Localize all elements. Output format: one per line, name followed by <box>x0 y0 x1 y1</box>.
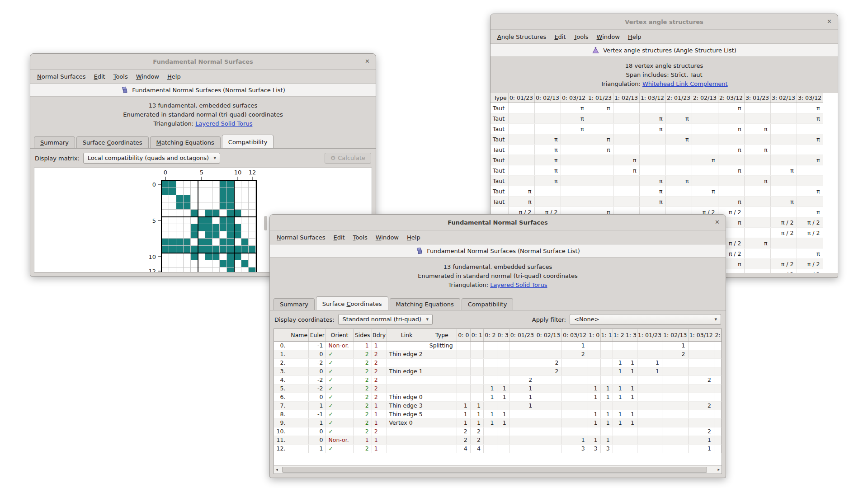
tab-compatibility[interactable]: Compatibility <box>462 298 514 310</box>
column-header[interactable]: 1: 02/13 <box>613 93 639 103</box>
column-header[interactable]: 1: 2 <box>613 329 625 342</box>
column-header[interactable]: 0: 2 <box>484 329 497 342</box>
tab-summary[interactable]: Summary <box>34 136 75 148</box>
column-header[interactable]: Name <box>290 329 309 342</box>
triangulation-link[interactable]: Layered Solid Torus <box>195 120 252 127</box>
menu-item-normal-surfaces[interactable]: Normal Surfaces <box>33 71 90 82</box>
menu-item-tools[interactable]: Tools <box>349 232 372 243</box>
column-header[interactable]: 2: 03/12 <box>718 93 744 103</box>
column-header[interactable]: 0: 03/12 <box>561 93 587 103</box>
column-header[interactable]: 2: <box>714 329 721 342</box>
titlebar[interactable]: Fundamental Normal Surfaces ✕ <box>30 54 376 70</box>
column-header[interactable]: 0: 02/13 <box>534 93 561 103</box>
table-row[interactable]: 12.1✓21443331 <box>274 445 722 453</box>
column-header[interactable]: 0: 01/23 <box>508 93 534 103</box>
close-icon[interactable]: ✕ <box>827 18 832 25</box>
scroll-left-icon[interactable]: ◂ <box>276 467 278 473</box>
table-row[interactable]: 3.0✓22Thin edge 12111 <box>274 367 722 376</box>
column-header[interactable]: 0: 02/13 <box>535 329 561 342</box>
table-row[interactable]: 1.0✓22Thin edge 222 <box>274 350 722 359</box>
column-header[interactable]: 1: 03/12 <box>639 93 665 103</box>
titlebar[interactable]: Fundamental Normal Surfaces ✕ <box>270 215 726 230</box>
column-header[interactable] <box>274 329 290 342</box>
column-header[interactable]: 1: 3 <box>625 329 637 342</box>
column-header[interactable]: 1: 01/23 <box>637 329 662 342</box>
vertical-scrollbar-thumb[interactable] <box>264 216 267 230</box>
tab-surface-coordinates[interactable]: Surface Coordinates <box>316 296 388 310</box>
menu-item-tools[interactable]: Tools <box>570 32 593 42</box>
column-header[interactable]: 1: 02/13 <box>662 329 688 342</box>
table-row[interactable]: Tautππππ <box>491 186 823 197</box>
tab-matching-equations[interactable]: Matching Equations <box>390 298 460 310</box>
table-row[interactable]: 4.-2✓2222 <box>274 376 722 385</box>
menu-item-window[interactable]: Window <box>372 232 403 243</box>
table-row[interactable]: 8.-1✓21Thin edge 511111111 <box>274 410 722 419</box>
display-matrix-select[interactable]: Local compatibility (quads and octagons)… <box>83 153 220 164</box>
tab-surface-coordinates[interactable]: Surface Coordinates <box>76 136 149 148</box>
table-row[interactable]: 5.-2✓221111111 <box>274 385 722 393</box>
column-header[interactable]: 0: 3 <box>497 329 509 342</box>
table-row[interactable]: 2.-2✓222111 <box>274 359 722 367</box>
menu-item-window[interactable]: Window <box>593 32 624 42</box>
menu-item-angle-structures[interactable]: Angle Structures <box>493 32 550 42</box>
tab-compatibility[interactable]: Compatibility <box>222 135 274 148</box>
table-row[interactable]: Tautππππ <box>491 155 823 165</box>
menu-item-edit[interactable]: Edit <box>329 232 349 243</box>
table-row[interactable]: 6.0✓22Thin edge 01111111 <box>274 393 722 402</box>
menu-item-edit[interactable]: Edit <box>550 32 570 42</box>
column-header[interactable]: 1: 1 <box>600 329 613 342</box>
scroll-right-icon[interactable]: ▸ <box>717 467 720 473</box>
surface-table-viewport[interactable]: NameEulerOrientSidesBdryLinkType0: 00: 1… <box>274 329 722 465</box>
table-row[interactable]: Tautππππ <box>491 124 823 134</box>
menu-item-normal-surfaces[interactable]: Normal Surfaces <box>273 232 329 243</box>
column-header[interactable]: 3: 03/12 <box>797 93 823 103</box>
table-row[interactable]: Tautππππ <box>491 145 823 155</box>
table-row[interactable]: Tautππππ <box>491 176 823 186</box>
table-row[interactable]: Tautππππ <box>491 197 823 207</box>
horizontal-scrollbar[interactable]: ◂ ▸ <box>274 465 722 474</box>
column-header[interactable]: 3: 02/13 <box>770 93 797 103</box>
column-header[interactable]: 3: 01/23 <box>744 93 770 103</box>
tab-summary[interactable]: Summary <box>274 298 315 310</box>
column-header[interactable]: 2: 01/23 <box>665 93 692 103</box>
table-row[interactable]: 7.-1✓21Thin edge 31112 <box>274 402 722 410</box>
column-header[interactable]: Type <box>491 93 508 103</box>
table-row[interactable]: 0.-1Non-or.11Splitting11 <box>274 342 722 350</box>
column-header[interactable]: 1: 01/23 <box>587 93 613 103</box>
table-row[interactable]: 10.0✓22222 <box>274 427 722 436</box>
table-row[interactable]: Tautππππ <box>491 165 823 176</box>
column-header[interactable]: 0: 01/23 <box>509 329 535 342</box>
triangulation-link[interactable]: Layered Solid Torus <box>490 282 547 288</box>
tab-matching-equations[interactable]: Matching Equations <box>150 136 221 148</box>
table-row[interactable]: 9.1✓21Vertex 011111111 <box>274 419 722 427</box>
column-header[interactable]: 0: 03/12 <box>561 329 588 342</box>
titlebar[interactable]: Vertex angle structures ✕ <box>491 14 838 30</box>
table-row[interactable]: Tautππππ <box>491 103 823 113</box>
menu-item-help[interactable]: Help <box>624 32 646 42</box>
column-header[interactable]: 1: 03/12 <box>688 329 714 342</box>
apply-filter-select[interactable]: <None> ▾ <box>570 314 721 325</box>
column-header[interactable]: 1: 0 <box>588 329 600 342</box>
column-header[interactable]: 0: 0 <box>457 329 470 342</box>
column-header[interactable]: Euler <box>309 329 326 342</box>
column-header[interactable]: Bdry <box>372 329 387 342</box>
menu-item-edit[interactable]: Edit <box>90 71 109 82</box>
column-header[interactable]: 2: 02/13 <box>692 93 718 103</box>
display-coordinates-select[interactable]: Standard normal (tri-quad) ▾ <box>338 314 433 325</box>
table-row[interactable]: 11.0Non-or.11221111 <box>274 436 722 445</box>
menu-item-help[interactable]: Help <box>163 71 185 82</box>
menu-item-tools[interactable]: Tools <box>109 71 132 82</box>
scrollbar-thumb[interactable] <box>282 467 707 473</box>
close-icon[interactable]: ✕ <box>365 58 370 65</box>
menu-item-help[interactable]: Help <box>403 232 425 243</box>
column-header[interactable]: Type <box>427 329 457 342</box>
triangulation-link[interactable]: Whitehead Link Complement <box>642 80 728 87</box>
column-header[interactable]: Link <box>387 329 427 342</box>
menu-item-window[interactable]: Window <box>132 71 163 82</box>
column-header[interactable]: Orient <box>326 329 353 342</box>
table-row[interactable]: Tautππππ <box>491 134 823 145</box>
column-header[interactable]: Sides <box>353 329 372 342</box>
calculate-button[interactable]: ⚙ Calculate <box>325 153 371 164</box>
table-row[interactable]: Tautππππ <box>491 113 823 124</box>
column-header[interactable]: 0: 1 <box>470 329 483 342</box>
